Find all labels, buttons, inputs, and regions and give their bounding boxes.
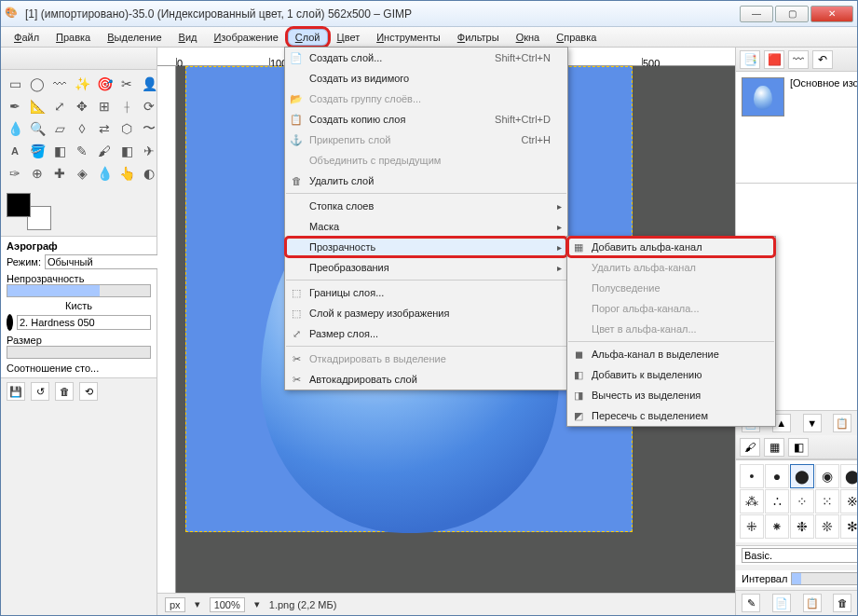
scissors-tool[interactable]: ✂: [116, 74, 137, 94]
blur-tool[interactable]: 💧: [94, 163, 115, 184]
lasso-tool[interactable]: 〰: [49, 74, 70, 94]
brush-preset[interactable]: ⬤: [840, 464, 857, 488]
menu-item[interactable]: ◧Добавить к выделению: [567, 364, 775, 385]
lower-layer-icon[interactable]: ▼: [803, 414, 822, 432]
edit-brush-icon[interactable]: ✎: [742, 594, 760, 612]
menu-цвет[interactable]: Цвет: [330, 29, 368, 46]
select-color-tool[interactable]: 🎯: [94, 74, 115, 94]
undo-tab-icon[interactable]: ↶: [812, 50, 833, 69]
color-swatches[interactable]: [7, 193, 51, 230]
brush-preset[interactable]: ❉: [790, 514, 814, 539]
menu-item[interactable]: ⬚Границы слоя...: [285, 282, 567, 303]
menu-item[interactable]: ◩Пересечь с выделением: [567, 405, 775, 426]
brush-preset[interactable]: ⁙: [815, 489, 839, 513]
opacity-slider[interactable]: [7, 284, 151, 297]
brush-preset[interactable]: ⁜: [740, 514, 764, 539]
brush-preset[interactable]: ◉: [815, 464, 839, 488]
fg-select-tool[interactable]: 👤: [139, 74, 159, 94]
menu-item[interactable]: Стопка слоев: [285, 196, 567, 216]
menu-item[interactable]: ◨Вычесть из выделения: [567, 385, 775, 405]
path-tool[interactable]: ✒: [5, 96, 25, 116]
menu-item[interactable]: ✂Автокадрировать слой: [285, 369, 567, 390]
wand-tool[interactable]: ✨: [72, 74, 92, 94]
maximize-button[interactable]: ▢: [775, 6, 809, 22]
heal-tool[interactable]: ✚: [49, 163, 70, 184]
menu-item[interactable]: Создать из видимого: [285, 68, 567, 89]
brushes-tab-icon[interactable]: 🖌: [740, 438, 760, 457]
brush-preset[interactable]: ⁕: [765, 514, 789, 539]
picker-tool[interactable]: 💧: [5, 118, 25, 139]
clone-tool[interactable]: ⊕: [27, 163, 48, 184]
zoom-tool[interactable]: 🔍: [27, 118, 48, 139]
ellipse-select-tool[interactable]: ◯: [27, 74, 48, 94]
menu-item[interactable]: Преобразования: [285, 257, 567, 278]
rect-select-tool[interactable]: ▭: [5, 74, 25, 94]
patterns-tab-icon[interactable]: ▦: [764, 438, 784, 457]
minimize-button[interactable]: —: [740, 6, 773, 22]
warp-tool[interactable]: 〜: [139, 118, 159, 139]
layers-tab-icon[interactable]: 📑: [740, 50, 760, 69]
scale-tool[interactable]: ⤢: [49, 96, 70, 116]
menu-фильтры[interactable]: Фильтры: [450, 29, 507, 46]
brush-tool[interactable]: 🖌: [94, 141, 115, 161]
brush-preset[interactable]: •: [740, 464, 764, 488]
menu-item[interactable]: Прозрачность: [285, 237, 567, 257]
reset-preset-icon[interactable]: ⟲: [79, 382, 98, 401]
dodge-tool[interactable]: ◐: [139, 163, 159, 184]
dup-brush-icon[interactable]: 📋: [803, 594, 822, 612]
restore-preset-icon[interactable]: ↺: [31, 382, 49, 401]
layer-name[interactable]: [Основное изображение]: [790, 77, 857, 89]
delete-preset-icon[interactable]: 🗑: [55, 382, 74, 401]
menu-правка[interactable]: Правка: [48, 29, 98, 46]
menu-item[interactable]: 📋Создать копию слояShift+Ctrl+D: [285, 109, 567, 130]
brush-preset[interactable]: ⁘: [790, 489, 814, 513]
paths-tab-icon[interactable]: 〰: [788, 50, 809, 69]
cage-tool[interactable]: ⬡: [116, 118, 137, 139]
flip-tool[interactable]: ⇄: [94, 118, 115, 139]
menu-вид[interactable]: Вид: [171, 29, 205, 46]
new-brush-icon[interactable]: 📄: [772, 594, 791, 612]
channels-tab-icon[interactable]: 🟥: [764, 50, 784, 69]
dup-layer-icon[interactable]: 📋: [833, 414, 851, 432]
menu-файл[interactable]: Файл: [7, 29, 47, 46]
brush-preset[interactable]: ●: [765, 464, 789, 488]
menu-окна[interactable]: Окна: [509, 29, 548, 46]
menu-item[interactable]: Маска: [285, 216, 567, 237]
unit-select[interactable]: px: [165, 597, 185, 612]
eraser-tool[interactable]: ◧: [116, 141, 137, 161]
del-brush-icon[interactable]: 🗑: [833, 594, 851, 612]
align-tool[interactable]: ⊞: [94, 96, 115, 116]
brush-preset[interactable]: ❊: [815, 514, 839, 539]
menu-выделение[interactable]: Выделение: [100, 29, 169, 46]
airbrush-tool[interactable]: ✈: [139, 141, 159, 161]
zoom-field[interactable]: 100%: [210, 597, 245, 612]
layer-thumbnail[interactable]: [742, 77, 784, 116]
brush-preset[interactable]: ※: [840, 489, 857, 513]
interval-slider[interactable]: [791, 572, 857, 585]
smudge-tool[interactable]: 👆: [116, 163, 137, 184]
menu-слой[interactable]: Слой: [288, 29, 328, 46]
size-slider[interactable]: [7, 346, 151, 359]
shear-tool[interactable]: ▱: [49, 118, 70, 139]
menu-item[interactable]: ⬚Слой к размеру изображения: [285, 303, 567, 323]
perspective-clone-tool[interactable]: ◈: [72, 163, 92, 184]
brush-preset[interactable]: ✻: [840, 514, 857, 539]
brush-preset-name[interactable]: [742, 548, 857, 563]
gradients-tab-icon[interactable]: ◧: [788, 438, 809, 457]
pencil-tool[interactable]: ✎: [72, 141, 92, 161]
rotate-tool[interactable]: ⟳: [139, 96, 159, 116]
menu-инструменты[interactable]: Инструменты: [369, 29, 448, 46]
menu-item[interactable]: ⤢Размер слоя...: [285, 323, 567, 344]
gradient-tool[interactable]: ◧: [49, 141, 70, 161]
text-tool[interactable]: A: [5, 141, 25, 161]
menu-item[interactable]: ◼Альфа-канал в выделение: [567, 344, 775, 364]
ink-tool[interactable]: ✑: [5, 163, 25, 184]
brush-select[interactable]: [17, 315, 151, 330]
brush-preset[interactable]: ⁂: [740, 489, 764, 513]
fg-color[interactable]: [7, 193, 31, 217]
crop-tool[interactable]: ⟊: [116, 96, 137, 116]
menu-изображение[interactable]: Изображение: [206, 29, 285, 46]
move-tool[interactable]: ✥: [72, 96, 92, 116]
brush-preset[interactable]: ∴: [765, 489, 789, 513]
menu-справка[interactable]: Справка: [549, 29, 604, 46]
